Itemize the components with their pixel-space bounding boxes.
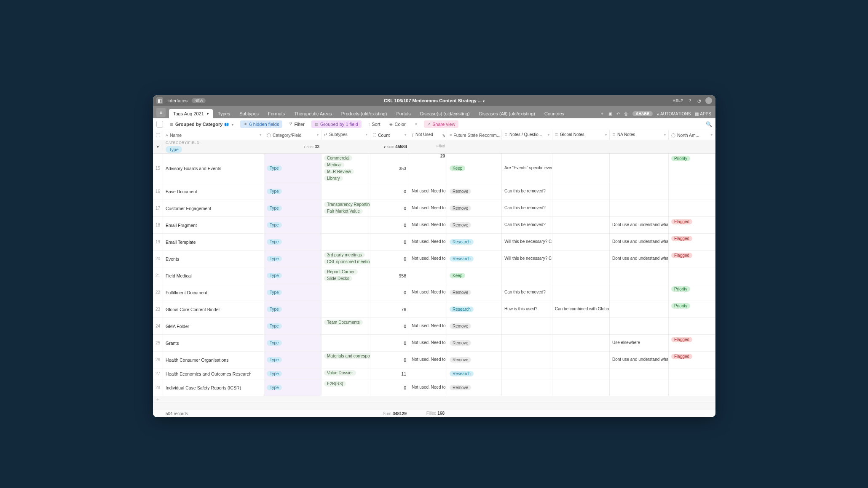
row-number[interactable]: 16 xyxy=(153,183,163,200)
cell-count[interactable]: 353 xyxy=(370,154,409,183)
cell-notes[interactable]: Are "Events" specific events having to d… xyxy=(502,154,552,183)
cell-notes[interactable]: Can this be removed? xyxy=(502,200,552,216)
cell-category[interactable]: Type xyxy=(264,352,321,368)
cell-subtypes[interactable] xyxy=(321,234,370,250)
interfaces-link[interactable]: Interfaces xyxy=(167,98,188,103)
cell-category[interactable]: Type xyxy=(264,267,321,284)
cell-future-state[interactable]: Research xyxy=(447,251,502,267)
search-icon[interactable]: 🔍 xyxy=(706,121,712,127)
cell-future-state[interactable]: Research xyxy=(447,301,502,317)
table-tab[interactable]: Diseases (All) (old/existing) xyxy=(475,109,539,118)
cell-north-am[interactable]: Priority xyxy=(669,154,715,183)
cell-notes[interactable]: How is this used? xyxy=(502,301,552,317)
col-name[interactable]: AName▾ xyxy=(163,130,264,140)
row-number[interactable]: 19 xyxy=(153,234,163,250)
col-notes[interactable]: ≣Notes / Questio...▾ xyxy=(502,130,552,140)
select-all-checkbox[interactable] xyxy=(153,130,163,140)
cell-category[interactable]: Type xyxy=(264,154,321,183)
cell-north-am[interactable] xyxy=(669,379,715,396)
cell-subtypes[interactable]: Materials and correspo xyxy=(321,352,370,368)
row-number[interactable]: 22 xyxy=(153,284,163,301)
cell-future-state[interactable]: Keep xyxy=(447,154,502,183)
automations-button[interactable]: ⸙AUTOMATIONS xyxy=(657,112,691,116)
cell-name[interactable]: Global Core Content Binder xyxy=(163,301,264,317)
cell-name[interactable]: GMA Folder xyxy=(163,318,264,334)
cell-future-state[interactable]: Remove xyxy=(447,183,502,200)
apps-button[interactable]: ▦APPS xyxy=(695,112,711,116)
cell-not-used[interactable]: Not used. Need to review. xyxy=(409,217,447,233)
cell-future-state[interactable]: Remove xyxy=(447,335,502,351)
cell-name[interactable]: Fulfillment Document xyxy=(163,284,264,301)
cell-name[interactable]: Customer Engagement xyxy=(163,200,264,216)
cell-north-am[interactable]: Flagged xyxy=(669,352,715,368)
cell-count[interactable]: 0 xyxy=(370,379,409,396)
cell-name[interactable]: Individual Case Safety Reports (ICSR) xyxy=(163,379,264,396)
cell-not-used[interactable]: Not used. Need to review. xyxy=(409,183,447,200)
cell-future-state[interactable]: Remove xyxy=(447,318,502,334)
cell-global-notes[interactable] xyxy=(552,234,610,250)
table-row[interactable]: 16Base DocumentType0Not used. Need to re… xyxy=(153,183,715,200)
cell-category[interactable]: Type xyxy=(264,217,321,233)
view-switcher[interactable]: ▦ Grouped by Category 👥 xyxy=(167,120,236,128)
cell-category[interactable]: Type xyxy=(264,200,321,216)
col-global-notes[interactable]: ≣Global Notes▾ xyxy=(552,130,610,140)
cell-name[interactable]: Grants xyxy=(163,335,264,351)
cell-count[interactable]: 0 xyxy=(370,183,409,200)
col-count[interactable]: ☷Count▾ xyxy=(370,130,409,140)
cell-global-notes[interactable] xyxy=(552,335,610,351)
cell-name[interactable]: Advisory Boards and Events xyxy=(163,154,264,183)
cell-notes[interactable]: Will this be necessary? Can it be remove… xyxy=(502,234,552,250)
cell-future-state[interactable]: Remove xyxy=(447,200,502,216)
cell-category[interactable]: Type xyxy=(264,301,321,317)
cell-name[interactable]: Events xyxy=(163,251,264,267)
cell-count[interactable]: 0 xyxy=(370,217,409,233)
cell-name[interactable]: Base Document xyxy=(163,183,264,200)
cell-not-used[interactable] xyxy=(409,267,447,284)
cell-subtypes[interactable]: Value Dossier xyxy=(321,368,370,379)
cell-na-notes[interactable]: Dont use and understand what should be i… xyxy=(610,217,669,233)
cell-na-notes[interactable]: Dont use and understand what should be i… xyxy=(610,251,669,267)
cell-category[interactable]: Type xyxy=(264,234,321,250)
add-row-button[interactable]: ＋ xyxy=(153,396,715,403)
cell-not-used[interactable]: Not used. Need to review. xyxy=(409,379,447,396)
cell-category[interactable]: Type xyxy=(264,379,321,396)
cell-subtypes[interactable] xyxy=(321,301,370,317)
table-tab[interactable]: Tags Aug 2021▾ xyxy=(169,109,213,118)
table-tab[interactable]: Disease(s) (old/existing) xyxy=(416,109,474,118)
cell-count[interactable]: 0 xyxy=(370,335,409,351)
cell-future-state[interactable]: Research xyxy=(447,234,502,250)
cell-notes[interactable]: Can this be removed? xyxy=(502,284,552,301)
share-button[interactable]: SHARE xyxy=(632,111,653,116)
help-icon[interactable]: ? xyxy=(687,98,693,104)
row-number[interactable]: 23 xyxy=(153,301,163,317)
cell-global-notes[interactable] xyxy=(552,154,610,183)
cell-north-am[interactable] xyxy=(669,267,715,284)
cell-north-am[interactable]: Flagged xyxy=(669,251,715,267)
cell-not-used[interactable]: Not used. Need to review. xyxy=(409,335,447,351)
col-category[interactable]: ◯Category/Field▾ xyxy=(264,130,321,140)
sidebar-toggle-icon[interactable]: ≡ xyxy=(156,108,166,117)
cell-na-notes[interactable]: Use elsewhere xyxy=(610,335,669,351)
cell-notes[interactable]: Can this be removed? xyxy=(502,217,552,233)
table-tab[interactable]: Types xyxy=(214,109,234,118)
cell-subtypes[interactable]: 3rd party meetingsCSL sponsored meeting xyxy=(321,251,370,267)
cell-not-used[interactable]: Not used. Need to review. xyxy=(409,352,447,368)
cell-category[interactable]: Type xyxy=(264,284,321,301)
cell-notes[interactable] xyxy=(502,267,552,284)
cell-na-notes[interactable] xyxy=(610,368,669,379)
cell-na-notes[interactable]: Dont use and understand what should be i… xyxy=(610,352,669,368)
cell-count[interactable]: 0 xyxy=(370,284,409,301)
cell-na-notes[interactable] xyxy=(610,200,669,216)
cell-subtypes[interactable] xyxy=(321,217,370,233)
row-number[interactable]: 17 xyxy=(153,200,163,216)
hidden-fields-button[interactable]: 👁 6 hidden fields xyxy=(240,120,282,128)
cell-not-used[interactable] xyxy=(409,154,447,183)
cell-category[interactable]: Type xyxy=(264,251,321,267)
cell-not-used[interactable]: Not used. Need to review. xyxy=(409,284,447,301)
cell-not-used[interactable]: Not used. Need to review. xyxy=(409,318,447,334)
cell-subtypes[interactable]: E2B(R3) xyxy=(321,379,370,396)
group-button[interactable]: ▤ Grouped by 1 field xyxy=(311,120,362,128)
trash-icon[interactable]: 🗑 xyxy=(624,112,628,116)
cell-na-notes[interactable] xyxy=(610,284,669,301)
group-collapse-icon[interactable]: ▾ xyxy=(153,143,163,151)
